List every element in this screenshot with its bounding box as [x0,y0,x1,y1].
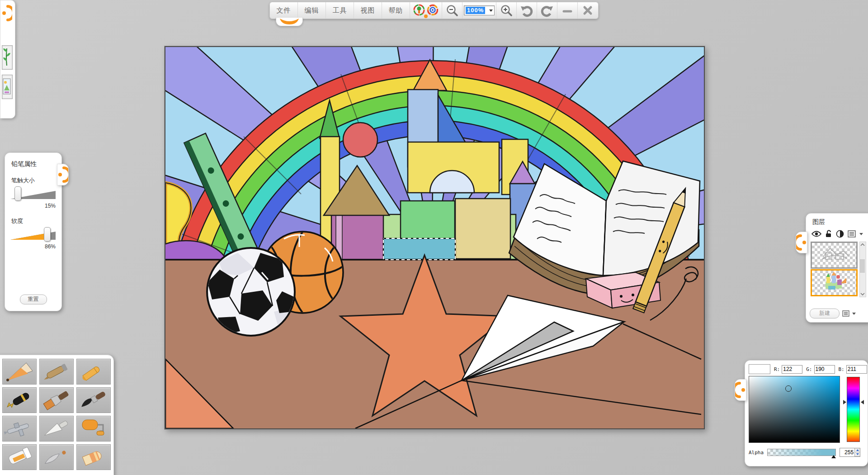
smile-icon [278,18,301,25]
brush-picker-panel [0,355,114,475]
hue-bar[interactable] [847,377,860,442]
scroll-up-icon[interactable] [860,243,865,247]
pencil-properties-panel: 铅笔属性 笔触大小 15% 软度 86% 重置 [5,152,62,311]
alpha-label: Alpha [749,450,764,456]
alpha-value-box: 255 [840,448,860,457]
new-layer-button[interactable]: 新建 [810,309,840,318]
color-picker-panel: R: G: B: Alpha 255 [745,360,868,466]
tool-paint-roller[interactable] [76,416,111,442]
scroll-thumb[interactable] [860,259,865,273]
layer-row-sketch[interactable] [811,242,858,269]
green-label: G: [806,366,812,372]
chevron-down-icon[interactable] [852,313,856,315]
close-button[interactable] [578,2,598,19]
menu-help[interactable]: 帮助 [382,2,410,19]
tool-airbrush[interactable] [2,416,37,442]
menu-view-label: 视图 [361,6,375,15]
layers-panel: 图层 [806,213,868,323]
layer-row-color[interactable] [811,269,858,296]
picture-stamp-button[interactable] [2,75,13,99]
brush-panel-collapse-tab[interactable] [1,3,12,24]
menu-edit[interactable]: 编辑 [298,2,326,19]
brush-size-handle[interactable] [14,186,21,201]
menu-edit-label: 编辑 [305,6,319,15]
brush-size-label: 笔触大小 [11,176,61,185]
pencil-panel-title: 铅笔属性 [11,160,61,168]
current-color-swatch [749,364,770,374]
zoom-level-dropdown[interactable]: 100% [464,5,495,15]
blue-input[interactable] [846,365,867,374]
layers-footer: 新建 [810,309,856,318]
drawing-canvas[interactable] [165,46,705,429]
clown-buttons [410,2,442,19]
undo-button[interactable] [517,2,537,19]
brush-panel-rail [0,0,15,119]
menu-file[interactable]: 文件 [270,2,298,19]
contrast-icon[interactable] [836,230,844,238]
alpha-row: Alpha 255 [749,448,860,457]
color-panel-collapse-tab[interactable] [735,379,746,401]
spin-up-button[interactable] [855,448,860,452]
chevron-down-icon[interactable] [859,233,863,235]
picture-icon [2,75,11,98]
zoom-out-button[interactable] [442,2,462,19]
tool-fountain-pen[interactable] [2,387,37,413]
zoom-in-icon [500,4,513,17]
close-icon [582,5,594,16]
tool-liner-brush[interactable] [39,444,74,470]
alpha-value[interactable]: 255 [840,448,854,456]
menu-view[interactable]: 视图 [354,2,382,19]
spin-up-icon [856,449,859,451]
brush-size-value: 15% [5,203,56,209]
orange-hook-icon [735,380,746,400]
unlock-icon[interactable] [825,230,832,238]
brush-size-slider[interactable] [10,186,56,202]
tool-ink-brush[interactable] [76,387,111,413]
tool-pastel[interactable] [39,359,74,385]
clown-mouth-tab[interactable] [276,18,303,26]
green-input[interactable] [814,365,835,374]
alpha-marker-icon[interactable] [831,455,836,458]
palette-face-icon[interactable] [413,4,425,17]
swirl-face-icon[interactable] [427,4,439,17]
eye-icon[interactable] [811,230,821,238]
zoom-in-button[interactable] [496,2,517,19]
tool-pencil[interactable] [2,359,37,385]
minimize-icon [561,5,573,16]
sv-marker[interactable] [785,385,792,392]
layers-panel-title: 图层 [812,218,868,226]
menu-tools-label: 工具 [333,6,347,15]
layer-scrollbar[interactable] [859,242,866,297]
scroll-down-icon[interactable] [860,292,865,296]
spin-down-icon [856,453,859,455]
layer-list [811,242,858,297]
color-thumbnail [812,271,856,295]
reset-button[interactable]: 重置 [20,294,47,304]
red-input[interactable] [782,365,802,374]
zoom-level-cell: 100% [462,2,496,19]
softness-handle[interactable] [44,227,51,242]
tool-flat-brush[interactable] [39,387,74,413]
menu-tools[interactable]: 工具 [326,2,354,19]
list-menu-icon[interactable] [842,310,849,317]
redo-button[interactable] [537,2,557,19]
alpha-spinner [854,448,860,456]
softness-label: 软度 [11,217,61,225]
plant-stamp-button[interactable] [2,45,13,70]
pencil-panel-collapse-tab[interactable] [57,164,69,185]
saturation-value-box[interactable] [749,376,840,443]
list-menu-icon[interactable] [848,230,856,238]
hue-marker-left-icon[interactable] [843,400,846,404]
tool-paint-tube[interactable] [2,444,37,470]
spin-down-button[interactable] [855,452,860,456]
hue-marker-right-icon[interactable] [861,400,864,404]
tool-eraser[interactable] [76,444,111,470]
minimize-button[interactable] [557,2,578,19]
alpha-slider[interactable] [767,449,836,456]
zoom-level-value: 100% [466,7,485,14]
layers-panel-collapse-tab[interactable] [796,232,807,253]
tool-palette-knife[interactable] [39,416,74,442]
softness-slider[interactable] [10,227,56,242]
softness-value: 86% [5,243,56,250]
tool-crayon[interactable] [76,359,111,385]
